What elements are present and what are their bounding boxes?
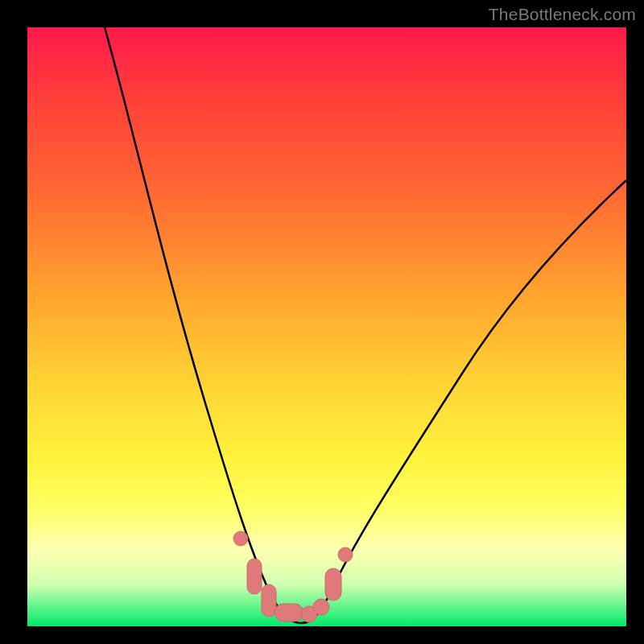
- marker-capsule: [275, 604, 303, 621]
- marker-dot: [233, 531, 248, 546]
- watermark-text: TheBottleneck.com: [489, 5, 636, 24]
- chart-svg: [27, 27, 626, 626]
- bottleneck-curve: [105, 27, 626, 623]
- marker-dot: [338, 547, 353, 562]
- marker-capsule: [262, 584, 276, 617]
- marker-dot: [313, 599, 329, 615]
- chart-plot-area: [27, 27, 626, 626]
- chart-outer-frame: TheBottleneck.com: [0, 0, 644, 644]
- marker-capsule: [325, 568, 341, 601]
- marker-capsule: [247, 559, 262, 594]
- curve-path: [105, 27, 626, 623]
